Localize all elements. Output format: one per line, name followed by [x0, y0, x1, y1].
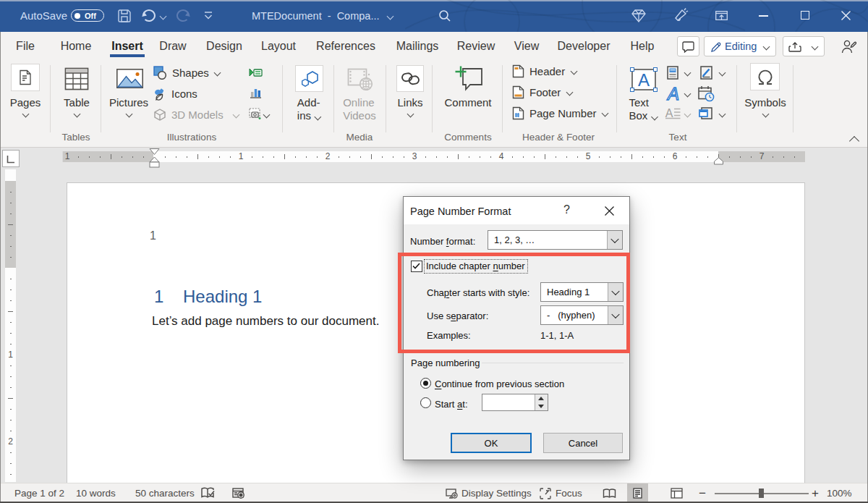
svg-text:A: A — [666, 85, 679, 102]
svg-text:A: A — [665, 107, 673, 119]
svg-text:A: A — [638, 70, 650, 90]
